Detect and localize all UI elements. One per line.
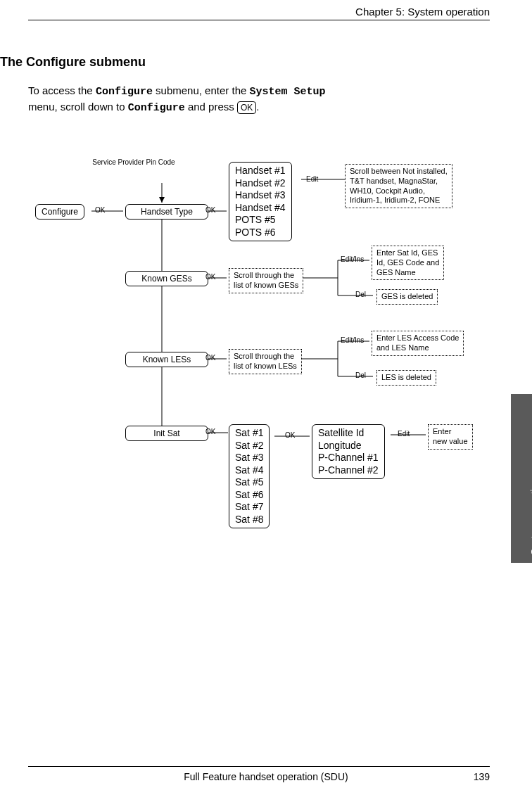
ok-label: OK	[205, 428, 215, 435]
service-provider-note: Service Provider Pin Code	[91, 158, 176, 167]
del-label: Del	[355, 291, 366, 298]
les-scroll-note: Scroll through the list of known LESs	[229, 349, 302, 374]
side-tab-label: System operation	[529, 478, 532, 555]
editins-label: Edit/Ins	[341, 336, 364, 344]
configure-menu-diagram: Service Provider Pin Code Configure OK H…	[21, 144, 514, 580]
intro-text: and press	[188, 101, 237, 113]
edit-label: Edit	[398, 430, 410, 438]
intro-text: menu, scroll down to	[28, 101, 128, 113]
ok-label: OK	[285, 431, 295, 439]
ok-label: OK	[205, 273, 215, 281]
les-del-note: LES is deleted	[376, 370, 436, 386]
footer-title: Full Feature handset operation (SDU)	[0, 771, 532, 782]
intro-mono-system-setup: System Setup	[250, 86, 326, 98]
intro-paragraph: To access the Configure submenu, enter t…	[28, 83, 462, 115]
known-ges-box: Known GESs	[125, 271, 208, 286]
handset-edit-note: Scroll between Not installed, T&T handse…	[345, 164, 452, 208]
editins-label: Edit/Ins	[341, 255, 364, 263]
init-sat-box: Init Sat	[125, 426, 208, 441]
svg-marker-18	[159, 197, 165, 203]
ok-label: OK	[205, 354, 215, 362]
configure-box: Configure	[35, 204, 84, 220]
intro-mono-configure2: Configure	[128, 102, 185, 114]
header-rule	[28, 20, 490, 20]
les-editins-note: Enter LES Access Code and LES Name	[372, 331, 464, 356]
edit-label: Edit	[306, 175, 318, 183]
ok-key-icon: OK	[237, 101, 256, 115]
page-number: 139	[474, 771, 490, 782]
sat-props-box: Satellite Id Longitude P-Channel #1 P-Ch…	[312, 424, 385, 479]
section-title: The Configure submenu	[0, 55, 146, 70]
intro-text: .	[256, 101, 259, 113]
ok-label: OK	[95, 206, 105, 214]
handset-list-box: Handset #1 Handset #2 Handset #3 Handset…	[229, 162, 292, 241]
enter-new-value-note: Enter new value	[428, 424, 473, 450]
intro-text: To access the	[28, 84, 96, 96]
sat-list-box: Sat #1 Sat #2 Sat #3 Sat #4 Sat #5 Sat #…	[229, 424, 270, 528]
ges-del-note: GES is deleted	[376, 289, 438, 305]
intro-mono-configure: Configure	[96, 86, 153, 98]
footer-rule	[28, 766, 490, 767]
handset-type-box: Handset Type	[125, 204, 208, 220]
ges-scroll-note: Scroll through the list of known GESs	[229, 268, 303, 293]
intro-text: submenu, enter the	[156, 84, 249, 96]
known-les-box: Known LESs	[125, 352, 208, 367]
chapter-header: Chapter 5: System operation	[355, 6, 490, 18]
del-label: Del	[355, 371, 366, 379]
ges-editins-note: Enter Sat Id, GES Id, GES Code and GES N…	[372, 246, 444, 280]
ok-label: OK	[205, 206, 215, 214]
